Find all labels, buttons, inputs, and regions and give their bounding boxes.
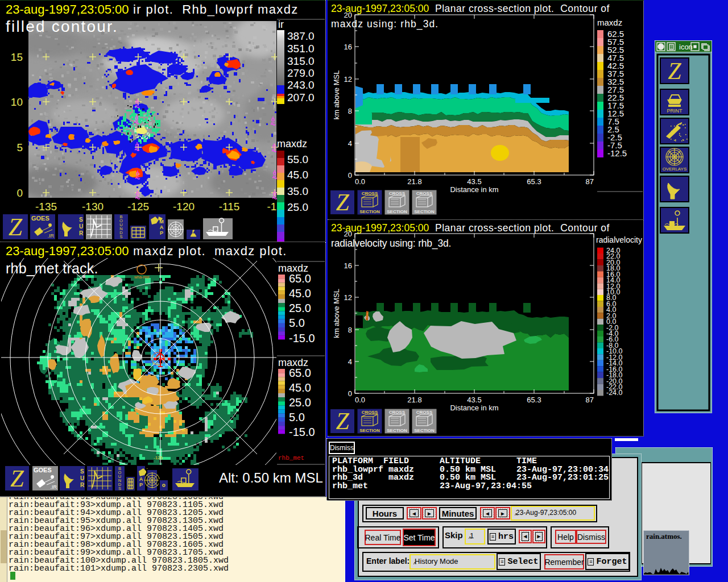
svg-text:-1: -1 (267, 201, 277, 213)
svg-text:M: M (139, 471, 143, 476)
svg-text:315.0: 315.0 (287, 55, 315, 67)
svg-text:Z: Z (9, 213, 23, 240)
svg-text:-120: -120 (173, 201, 195, 213)
svg-text:43.5: 43.5 (467, 396, 481, 404)
svg-text:15: 15 (11, 51, 23, 63)
svg-text:25.0: 25.0 (289, 302, 311, 314)
svg-text:387.0: 387.0 (287, 30, 315, 42)
svg-text:5.0: 5.0 (289, 317, 305, 329)
svg-text:45.0: 45.0 (287, 169, 308, 181)
svg-text:SECTION: SECTION (359, 428, 380, 433)
svg-text:279.0: 279.0 (287, 67, 315, 79)
svg-text:S: S (79, 217, 83, 223)
svg-text:8: 8 (348, 107, 352, 115)
svg-text:35.0: 35.0 (287, 185, 308, 197)
svg-text:4: 4 (348, 357, 352, 366)
svg-text:0: 0 (348, 171, 352, 180)
svg-text:21.8: 21.8 (407, 396, 421, 404)
svg-text:0: 0 (16, 187, 23, 199)
svg-text:65.3: 65.3 (527, 177, 541, 186)
svg-text:0.0: 0.0 (355, 177, 365, 186)
svg-text:Z: Z (336, 408, 349, 434)
svg-text:U: U (80, 475, 84, 481)
svg-text:M: M (159, 219, 164, 225)
svg-text:PRINT: PRINT (667, 108, 683, 114)
svg-text:243.0: 243.0 (287, 79, 315, 91)
svg-text:55.0: 55.0 (287, 153, 308, 165)
svg-text:207.0: 207.0 (287, 92, 315, 103)
svg-text:43.5: 43.5 (467, 177, 481, 186)
svg-text:ir: ir (278, 19, 284, 30)
svg-text:.IR: .IR (50, 484, 57, 490)
svg-text:rhb_met: rhb_met (278, 455, 304, 462)
svg-text:km above MSL: km above MSL (332, 70, 341, 120)
svg-text:SECTION: SECTION (387, 428, 407, 433)
svg-text:25.0: 25.0 (289, 396, 311, 409)
svg-text:maxdz: maxdz (277, 138, 307, 149)
svg-text:km above MSL: km above MSL (332, 289, 341, 338)
svg-text:maxdz: maxdz (597, 18, 622, 27)
svg-text:87: 87 (586, 396, 594, 404)
svg-text:5: 5 (16, 142, 23, 153)
svg-text:-135: -135 (35, 201, 57, 213)
svg-text:21.8: 21.8 (407, 177, 421, 186)
svg-text:4: 4 (348, 139, 352, 148)
svg-text:-15.0: -15.0 (289, 426, 315, 438)
svg-text:65.0: 65.0 (289, 367, 311, 379)
svg-text:Z: Z (668, 58, 681, 84)
svg-text:-24.0: -24.0 (606, 389, 623, 397)
svg-text:SECTION: SECTION (359, 209, 380, 214)
svg-text:SECTION: SECTION (414, 428, 435, 433)
svg-text:16: 16 (344, 43, 352, 51)
svg-text:R: R (79, 230, 84, 236)
svg-text:Z: Z (10, 465, 24, 492)
svg-text:A: A (139, 476, 143, 482)
svg-text:-12.5: -12.5 (607, 148, 627, 158)
svg-text:Z: Z (336, 189, 349, 215)
svg-text:65.0: 65.0 (289, 272, 311, 285)
svg-text:-125: -125 (154, 455, 163, 460)
svg-text:icon: icon (679, 43, 693, 51)
svg-text:Distance in km: Distance in km (450, 404, 498, 412)
svg-text:OVERLAYS: OVERLAYS (663, 167, 687, 172)
svg-text:45.0: 45.0 (289, 381, 311, 394)
svg-text:P: P (139, 482, 143, 488)
svg-text:SECTION: SECTION (414, 209, 435, 214)
svg-text:-125: -125 (127, 201, 149, 213)
svg-text:P: P (160, 230, 163, 236)
svg-text:b-d: b-d (152, 361, 158, 365)
svg-text:S: S (80, 468, 84, 475)
svg-text:5.0: 5.0 (289, 411, 305, 423)
svg-text:12: 12 (344, 75, 352, 84)
svg-text:0.0: 0.0 (355, 396, 365, 404)
svg-text:R: R (80, 482, 85, 488)
svg-text:-130: -130 (82, 201, 104, 213)
svg-text:S: S (118, 486, 121, 491)
svg-text:65.3: 65.3 (527, 396, 541, 404)
svg-text:87: 87 (586, 177, 594, 186)
svg-text:.IR: .IR (47, 233, 54, 239)
svg-text:A: A (160, 225, 164, 230)
svg-text:12: 12 (344, 293, 352, 302)
svg-text:16: 16 (344, 261, 352, 270)
svg-text:8: 8 (348, 326, 352, 334)
svg-text:45.0: 45.0 (289, 287, 311, 300)
svg-text:U: U (79, 223, 83, 230)
svg-text:GOES: GOES (31, 215, 49, 222)
svg-text:S: S (119, 234, 122, 239)
svg-text:-115: -115 (219, 201, 240, 213)
svg-text:-15.0: -15.0 (289, 332, 315, 344)
svg-text:351.0: 351.0 (287, 43, 315, 55)
svg-text:GOES: GOES (34, 467, 52, 473)
svg-text:radialvelocity: radialvelocity (596, 235, 642, 244)
svg-text:25.0: 25.0 (287, 201, 308, 213)
svg-text:0: 0 (348, 389, 352, 398)
svg-text:SECTION: SECTION (387, 209, 407, 214)
svg-text:Distance in km: Distance in km (450, 185, 498, 194)
svg-text:wha-mst: wha-mst (134, 275, 150, 279)
svg-text:10: 10 (11, 96, 23, 108)
